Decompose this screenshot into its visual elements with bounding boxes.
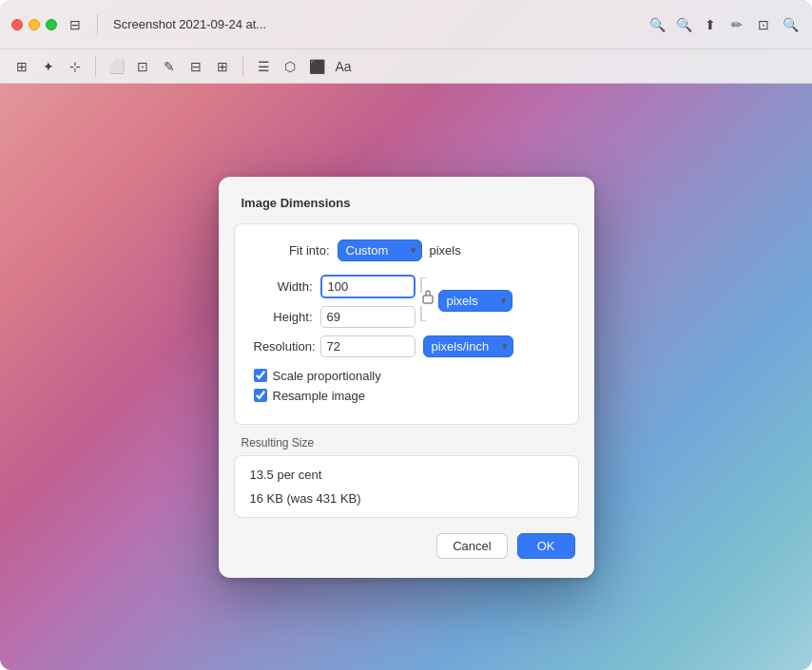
divider3: [242, 56, 243, 77]
fit-into-label: Fit into:: [254, 243, 330, 258]
fill-icon[interactable]: ⬛: [306, 56, 327, 77]
width-height-group: Width: Height:: [254, 275, 559, 328]
sidebar-toggle-icon[interactable]: ⊟: [65, 14, 86, 35]
cursor-icon[interactable]: ✦: [38, 56, 59, 77]
minimize-button[interactable]: [29, 19, 40, 30]
text-icon[interactable]: Aa: [333, 56, 354, 77]
dimension-unit-wrapper: pixels percent inches cm mm ▾: [438, 290, 512, 312]
resulting-size-title: Resulting Size: [219, 425, 594, 455]
height-row: Height:: [254, 306, 416, 328]
width-input[interactable]: [320, 275, 416, 298]
result-percentage: 13.5 per cent: [250, 468, 563, 482]
share-icon[interactable]: ⬆: [700, 14, 721, 35]
measure-icon[interactable]: ⊟: [185, 56, 206, 77]
modal-buttons: Cancel OK: [219, 518, 594, 559]
annotate-icon[interactable]: ✎: [159, 56, 180, 77]
title-bar: ⊟ Screenshot 2021-09-24 at... 🔍 🔍 ⬆ ✏ ⊡ …: [0, 0, 812, 49]
height-input[interactable]: [320, 306, 416, 328]
divider2: [95, 56, 96, 77]
fit-into-row: Fit into: Custom Fit Within Fill To ▾ pi…: [254, 239, 559, 261]
lock-bracket-svg: [419, 278, 435, 321]
zoom-out-icon[interactable]: 🔍: [673, 14, 694, 35]
zoom-in-icon[interactable]: 🔍: [647, 14, 667, 35]
resample-image-checkbox[interactable]: [254, 389, 267, 402]
scale-proportionally-label: Scale proportionally: [273, 369, 381, 383]
search-right-icon[interactable]: 🔍: [780, 14, 801, 35]
resample-image-label: Resample image: [273, 389, 366, 403]
resolution-input[interactable]: [320, 335, 416, 357]
form-section: Fit into: Custom Fit Within Fill To ▾ pi…: [234, 223, 579, 425]
divider: [97, 14, 98, 35]
content-area: Image Dimensions Fit into: Custom Fit Wi…: [0, 84, 812, 670]
scale-proportionally-checkbox[interactable]: [254, 369, 267, 382]
svg-rect-4: [423, 296, 433, 303]
resolution-label: Resolution:: [254, 339, 313, 354]
fit-into-unit: pixels: [430, 243, 461, 258]
image-dimensions-dialog: Image Dimensions Fit into: Custom Fit Wi…: [219, 177, 594, 578]
width-label: Width:: [254, 279, 313, 294]
modal-overlay: Image Dimensions Fit into: Custom Fit Wi…: [0, 84, 812, 670]
dialog-title: Image Dimensions: [219, 196, 594, 223]
height-label: Height:: [254, 310, 313, 324]
maximize-button[interactable]: [46, 19, 57, 30]
lasso-icon[interactable]: ⊹: [65, 56, 86, 77]
image-icon[interactable]: ⊞: [11, 56, 32, 77]
align-icon[interactable]: ☰: [253, 56, 274, 77]
fit-into-select-wrapper: Custom Fit Within Fill To ▾: [338, 239, 422, 261]
resample-image-row: Resample image: [254, 389, 559, 403]
toolbar-right: 🔍 🔍 ⬆ ✏ ⊡ 🔍: [647, 14, 801, 35]
result-size: 16 KB (was 431 KB): [250, 491, 563, 506]
scale-proportionally-row: Scale proportionally: [254, 369, 559, 383]
width-height-fields: Width: Height:: [254, 275, 416, 328]
resolution-unit-select[interactable]: pixels/inch pixels/cm: [423, 335, 513, 357]
ok-button[interactable]: OK: [517, 533, 575, 559]
cancel-button[interactable]: Cancel: [436, 533, 507, 559]
crop-icon[interactable]: ⊡: [753, 14, 774, 35]
resolution-row: Resolution: pixels/inch pixels/cm ▾: [254, 335, 559, 357]
border-icon[interactable]: ⬡: [280, 56, 300, 77]
traffic-lights: [11, 19, 57, 30]
dimension-unit-select[interactable]: pixels percent inches cm mm: [438, 290, 512, 312]
fit-into-select[interactable]: Custom Fit Within Fill To: [338, 239, 422, 261]
shapes-icon[interactable]: ⬜: [106, 56, 126, 77]
macos-window: ⊟ Screenshot 2021-09-24 at... 🔍 🔍 ⬆ ✏ ⊡ …: [0, 0, 812, 670]
window-title: Screenshot 2021-09-24 at...: [113, 17, 266, 31]
smart-icon[interactable]: ⊡: [132, 56, 153, 77]
close-button[interactable]: [11, 19, 23, 30]
width-row: Width:: [254, 275, 416, 298]
lock-bracket: [419, 278, 435, 324]
pen-icon[interactable]: ✏: [726, 14, 747, 35]
layout-icon[interactable]: ⊞: [212, 56, 233, 77]
resulting-size-box: 13.5 per cent 16 KB (was 431 KB): [234, 455, 579, 518]
toolbar-row2: ⊞ ✦ ⊹ ⬜ ⊡ ✎ ⊟ ⊞ ☰ ⬡ ⬛ Aa: [0, 49, 812, 84]
resolution-unit-wrapper: pixels/inch pixels/cm ▾: [423, 335, 513, 357]
